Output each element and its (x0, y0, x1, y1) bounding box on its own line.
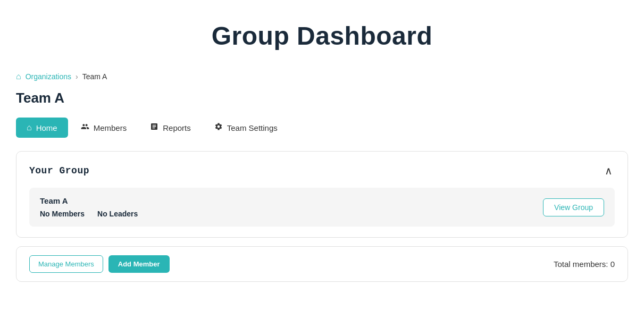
breadcrumb: ⌂ Organizations › Team A (16, 72, 628, 81)
view-group-button[interactable]: View Group (543, 198, 604, 216)
no-leaders-label: No Leaders (97, 210, 138, 218)
tab-bar: ⌂ Home Members Reports (16, 117, 628, 138)
breadcrumb-separator: › (76, 72, 78, 81)
tab-reports-label: Reports (163, 123, 191, 132)
your-group-card: Your Group ∧ Team A No Members No Leader… (16, 151, 628, 238)
tab-home-label: Home (36, 123, 57, 132)
bottom-bar: Manage Members Add Member Total members:… (16, 246, 628, 282)
no-members-label: No Members (40, 210, 85, 218)
home-icon: ⌂ (16, 72, 21, 81)
add-member-button[interactable]: Add Member (108, 255, 170, 273)
tab-team-settings[interactable]: Team Settings (204, 117, 288, 138)
members-tab-icon (81, 122, 89, 133)
page-title: Group Dashboard (16, 21, 628, 51)
group-card-name: Team A (40, 196, 138, 205)
tab-home[interactable]: ⌂ Home (16, 118, 68, 138)
your-group-card-header: Your Group ∧ (29, 162, 615, 179)
page-title-section: Group Dashboard (16, 21, 628, 51)
breadcrumb-current: Team A (82, 72, 107, 81)
tab-reports[interactable]: Reports (139, 117, 202, 138)
tab-members-label: Members (94, 123, 127, 132)
group-name-heading: Team A (16, 90, 628, 106)
group-row: Team A No Members No Leaders View Group (29, 188, 615, 227)
settings-tab-icon (214, 122, 223, 133)
tab-team-settings-label: Team Settings (227, 123, 278, 132)
tab-members[interactable]: Members (70, 117, 138, 138)
group-card-meta: No Members No Leaders (40, 210, 138, 218)
total-members-label: Total members: 0 (554, 260, 615, 269)
breadcrumb-organizations-link[interactable]: Organizations (26, 72, 71, 81)
manage-members-button[interactable]: Manage Members (29, 255, 103, 273)
your-group-card-title: Your Group (29, 165, 89, 176)
collapse-button[interactable]: ∧ (603, 162, 615, 179)
reports-tab-icon (150, 122, 158, 133)
group-card-info: Team A No Members No Leaders (40, 196, 138, 218)
bottom-card-actions: Manage Members Add Member (29, 255, 170, 273)
home-tab-icon: ⌂ (27, 123, 32, 132)
